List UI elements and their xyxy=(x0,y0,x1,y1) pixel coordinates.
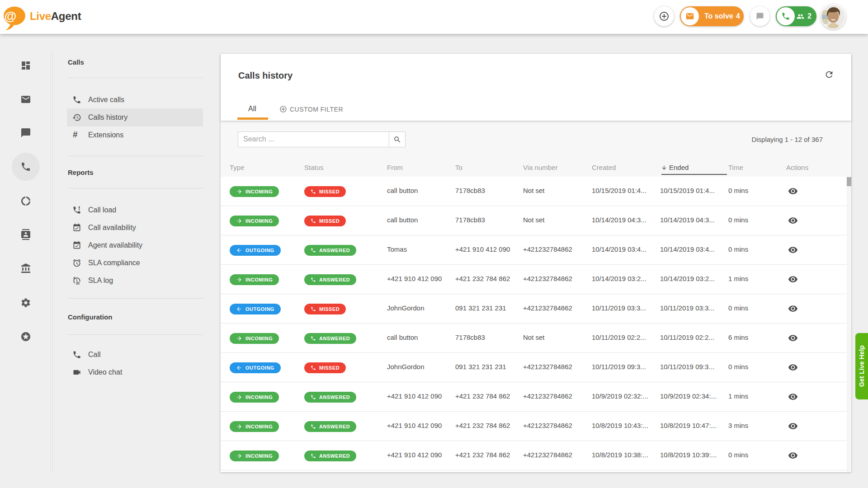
svg-text:@: @ xyxy=(4,9,16,23)
